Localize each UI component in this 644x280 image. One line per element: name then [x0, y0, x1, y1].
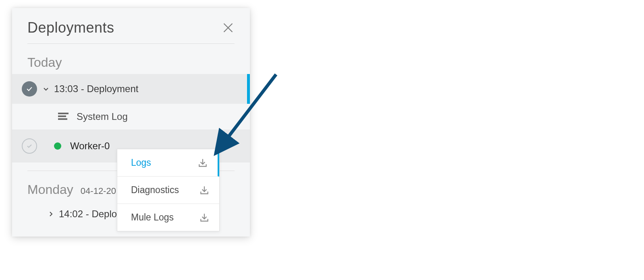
- menu-label-diagnostics: Diagnostics: [131, 185, 179, 196]
- menu-item-diagnostics[interactable]: Diagnostics: [117, 177, 219, 204]
- section-today-title: Today: [27, 55, 62, 70]
- status-dot-green: [54, 142, 61, 150]
- section-today-header: Today: [12, 44, 250, 74]
- worker-label: Worker-0: [70, 140, 110, 152]
- menu-label-mule-logs: Mule Logs: [131, 212, 174, 223]
- menu-item-mule-logs[interactable]: Mule Logs: [117, 204, 219, 231]
- close-icon: [222, 22, 234, 33]
- system-log-row[interactable]: System Log: [12, 104, 250, 130]
- status-check-pending: [22, 138, 37, 154]
- chevron-down-icon: [43, 86, 49, 92]
- status-check-complete: [22, 81, 37, 97]
- log-lines-icon: [58, 113, 69, 121]
- download-icon: [197, 158, 208, 168]
- menu-item-logs[interactable]: Logs: [117, 149, 219, 177]
- section-monday-date: 04-12-20: [81, 186, 116, 196]
- close-button[interactable]: [222, 21, 235, 34]
- panel-title: Deployments: [27, 19, 114, 36]
- download-icon: [199, 212, 210, 223]
- menu-label-logs: Logs: [131, 157, 151, 168]
- panel-header: Deployments: [12, 8, 250, 43]
- system-log-label: System Log: [77, 111, 128, 122]
- check-icon: [25, 142, 33, 150]
- download-icon: [199, 185, 210, 196]
- logs-popup-menu: Logs Diagnostics Mule Logs: [117, 149, 220, 231]
- section-monday-title: Monday: [27, 182, 73, 197]
- deployment-row-today[interactable]: 13:03 - Deployment: [12, 74, 250, 104]
- deployment-label: 13:03 - Deployment: [54, 83, 138, 95]
- chevron-right-icon: [48, 211, 54, 217]
- check-icon: [25, 85, 33, 93]
